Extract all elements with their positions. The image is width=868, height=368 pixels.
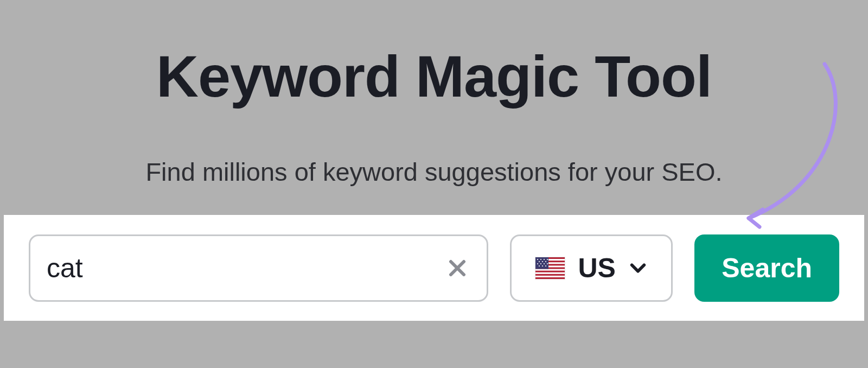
search-button-label: Search [722,252,812,284]
search-bar: US Search [4,215,864,321]
svg-point-13 [547,258,548,259]
svg-point-14 [539,261,540,262]
svg-point-20 [547,263,548,264]
svg-point-10 [537,258,538,259]
annotation-arrow [738,61,857,234]
svg-point-15 [542,261,543,262]
svg-point-22 [542,265,543,266]
svg-point-11 [540,258,541,259]
svg-point-18 [540,263,541,264]
svg-rect-7 [535,272,565,274]
page: Keyword Magic Tool Find millions of keyw… [0,0,868,368]
country-select[interactable]: US [510,234,673,302]
svg-point-21 [539,265,540,266]
us-flag-icon [535,257,565,279]
svg-point-12 [544,258,545,259]
country-code-label: US [578,252,615,284]
close-icon [448,258,467,278]
svg-rect-8 [535,275,565,277]
chevron-down-icon [629,259,647,277]
svg-point-17 [537,263,538,264]
page-subtitle: Find millions of keyword suggestions for… [145,157,722,187]
svg-rect-6 [535,269,565,270]
svg-point-19 [544,263,545,264]
svg-point-23 [545,265,546,266]
page-title: Keyword Magic Tool [156,42,712,110]
search-button[interactable]: Search [694,234,839,302]
keyword-input[interactable] [47,252,444,284]
keyword-input-wrap [29,234,488,302]
svg-point-16 [545,261,546,262]
clear-input-button[interactable] [444,255,470,281]
